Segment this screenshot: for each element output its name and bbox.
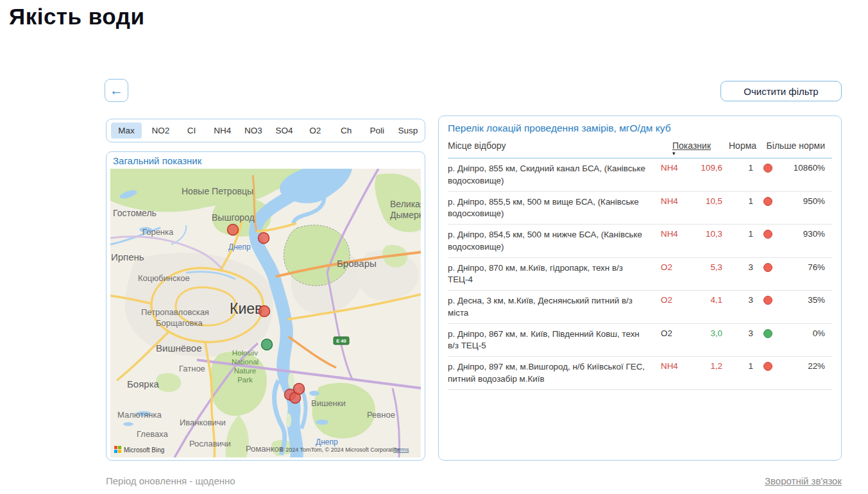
cell-status bbox=[758, 295, 778, 305]
cell-location: р. Дніпро, 854,5 км, 500 м нижче БСА, (К… bbox=[448, 229, 661, 253]
map-label: Рославичи bbox=[189, 439, 231, 448]
cell-over-norm: 950% bbox=[778, 196, 829, 206]
cell-location: р. Дніпро, 867 км, м. Київ, Південний Ко… bbox=[448, 328, 661, 353]
map-label: Романков bbox=[246, 444, 284, 454]
tab-poli[interactable]: Poli bbox=[362, 119, 393, 142]
cell-value: 4,1 bbox=[692, 295, 729, 305]
map-terms-link[interactable]: Terms bbox=[393, 447, 409, 453]
tab-susp[interactable]: Susp bbox=[393, 119, 423, 142]
cell-substance: O2 bbox=[661, 328, 692, 338]
cell-status bbox=[758, 163, 778, 173]
col-header-norm[interactable]: Норма bbox=[729, 141, 758, 151]
map-panel-title: Загальний показник bbox=[113, 155, 201, 166]
tab-ch[interactable]: Ch bbox=[330, 119, 361, 142]
clear-filter-button[interactable]: Очистити фільтр bbox=[720, 81, 842, 101]
cell-norm: 3 bbox=[729, 328, 758, 338]
cell-substance: NH4 bbox=[661, 163, 692, 173]
map-label: Вишенки bbox=[311, 398, 346, 408]
tab-no2[interactable]: NO2 bbox=[145, 119, 176, 142]
map-label: Park bbox=[237, 376, 253, 384]
status-indicator-red bbox=[763, 362, 772, 371]
cell-value: 1,2 bbox=[692, 361, 729, 371]
map-label: Дымерка bbox=[390, 210, 421, 220]
sort-desc-icon: ▾ bbox=[672, 151, 676, 155]
cell-over-norm: 22% bbox=[778, 361, 829, 371]
map-label: Вишнёвое bbox=[156, 343, 202, 353]
map-label: Малютянка bbox=[117, 410, 162, 420]
map-label: Ревное bbox=[367, 410, 395, 420]
table-header-row: Місце відбору Показник ▾ Норма Більше но… bbox=[448, 141, 832, 158]
svg-text:E 40: E 40 bbox=[336, 338, 346, 344]
cell-over-norm: 76% bbox=[778, 262, 829, 272]
map-copyright: © 2024 TomTom, © 2024 Microsoft Corporat… bbox=[280, 447, 400, 453]
feedback-link[interactable]: Зворотній зв'язок bbox=[765, 475, 842, 486]
bing-map[interactable]: E 40 Новые ПетровцыГостомельВышгородГоре… bbox=[110, 169, 421, 457]
col-header-over-norm[interactable]: Більше норми bbox=[758, 141, 829, 151]
parameter-tabbar: MaxNO2CINH4NO3SO4O2ChPoliSusp bbox=[106, 119, 425, 142]
cell-value: 10,5 bbox=[692, 196, 729, 206]
status-indicator-red bbox=[763, 230, 772, 239]
back-arrow-icon: ← bbox=[110, 83, 123, 98]
table-row[interactable]: р. Дніпро, 897 км, м.Вишгород, н/б Київс… bbox=[448, 357, 832, 390]
map-label: Боярка bbox=[127, 379, 160, 389]
cell-location: р. Дніпро, 855,5 км, 500 м вище БСА, (Ка… bbox=[448, 196, 661, 221]
cell-status bbox=[758, 196, 778, 206]
map-provider-label: Microsoft Bing bbox=[124, 447, 164, 454]
tab-o2[interactable]: O2 bbox=[300, 119, 330, 142]
cell-substance: O2 bbox=[661, 295, 692, 305]
tab-max[interactable]: Max bbox=[111, 123, 142, 139]
table-panel-title: Перелік локацій проведення замірів, мгО/… bbox=[448, 123, 841, 134]
table-row[interactable]: р. Дніпро, 855 км, Скидний канал БСА, (К… bbox=[448, 158, 832, 192]
tab-so4[interactable]: SO4 bbox=[269, 119, 300, 142]
map-label: Петропавловская bbox=[141, 307, 209, 317]
status-indicator-red bbox=[763, 164, 772, 173]
table-row[interactable]: р. Десна, 3 км, м.Київ, Деснянський питн… bbox=[448, 291, 832, 324]
locations-table-panel: Перелік локацій проведення замірів, мгО/… bbox=[438, 115, 842, 461]
table-row[interactable]: р. Дніпро, 855,5 км, 500 м вище БСА, (Ка… bbox=[448, 192, 832, 225]
cell-substance: NH4 bbox=[661, 229, 692, 239]
cell-location: р. Дніпро, 897 км, м.Вишгород, н/б Київс… bbox=[448, 361, 661, 386]
map-marker-red[interactable] bbox=[259, 233, 269, 244]
tab-no3[interactable]: NO3 bbox=[238, 119, 269, 142]
cell-norm: 1 bbox=[729, 229, 758, 239]
map-label: Днепр bbox=[228, 243, 251, 251]
map-marker-green[interactable] bbox=[262, 339, 273, 350]
cell-over-norm: 930% bbox=[778, 229, 829, 239]
cell-value: 3,0 bbox=[692, 328, 729, 338]
map-label: Гостомель bbox=[113, 208, 157, 218]
cell-status bbox=[758, 262, 778, 272]
tab-ci[interactable]: CI bbox=[176, 119, 207, 142]
cell-over-norm: 0% bbox=[778, 328, 829, 338]
cell-substance: NH4 bbox=[661, 196, 692, 206]
map-label: Гатное bbox=[179, 364, 205, 373]
back-button[interactable]: ← bbox=[105, 79, 128, 102]
map-marker-red[interactable] bbox=[259, 306, 270, 317]
map-marker-red[interactable] bbox=[228, 225, 239, 235]
status-indicator-green bbox=[763, 329, 772, 338]
table-row[interactable]: р. Дніпро, 854,5 км, 500 м нижче БСА, (К… bbox=[448, 225, 832, 258]
map-label: Бровары bbox=[337, 258, 377, 269]
col-header-location[interactable]: Місце відбору bbox=[448, 141, 661, 151]
tab-nh4[interactable]: NH4 bbox=[207, 119, 238, 142]
table-row[interactable]: р. Дніпро, 867 км, м. Київ, Південний Ко… bbox=[448, 324, 832, 357]
cell-location: р. Десна, 3 км, м.Київ, Деснянський питн… bbox=[448, 295, 661, 319]
map-label: Великая bbox=[390, 199, 421, 209]
map-label: Днепр bbox=[316, 438, 338, 447]
cell-value: 10,3 bbox=[692, 229, 729, 239]
map-label: Глеваха bbox=[137, 429, 168, 439]
cell-norm: 1 bbox=[729, 163, 758, 173]
cell-location: р. Дніпро, 855 км, Скидний канал БСА, (К… bbox=[448, 163, 661, 187]
map-label: Вышгород bbox=[212, 212, 255, 223]
cell-status bbox=[758, 361, 778, 371]
map-label: Ирпень bbox=[111, 251, 144, 262]
update-period-label: Період оновлення - щоденно bbox=[106, 475, 235, 486]
table-row[interactable]: р. Дніпро, 870 км, м.Київ, гідропарк, те… bbox=[448, 258, 832, 291]
cell-over-norm: 35% bbox=[778, 295, 829, 305]
map-marker-red[interactable] bbox=[294, 384, 305, 395]
clear-filter-label: Очистити фільтр bbox=[744, 86, 818, 97]
map-label: Коцюбинское bbox=[138, 273, 190, 283]
cell-norm: 1 bbox=[729, 196, 758, 206]
col-header-indicator[interactable]: Показник ▾ bbox=[661, 141, 729, 155]
status-indicator-red bbox=[763, 263, 772, 272]
cell-value: 109,6 bbox=[692, 163, 729, 173]
